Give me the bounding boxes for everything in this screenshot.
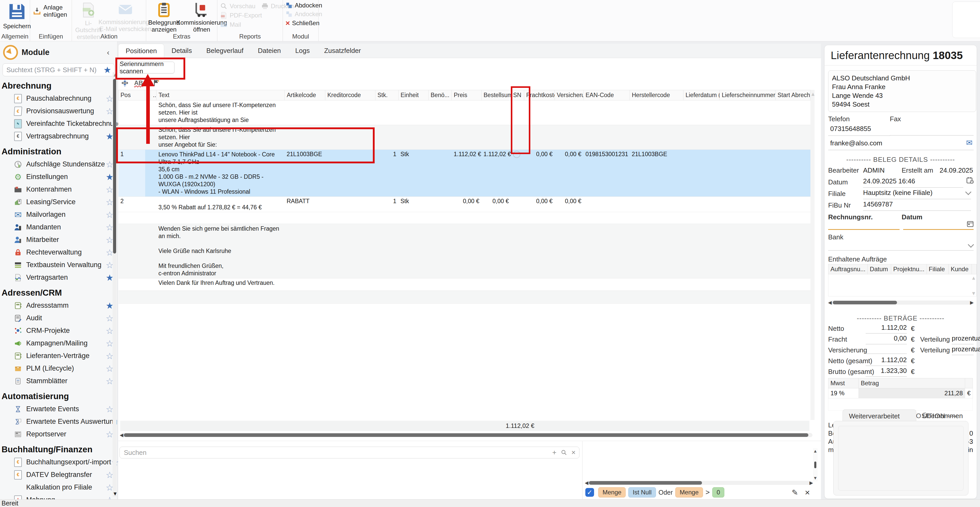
- rechnungsnr-input[interactable]: [828, 222, 900, 230]
- col-datum[interactable]: Datum: [868, 264, 891, 274]
- sidebar-item-buchhaltungsexport-import[interactable]: € Buchhaltungsexport/-import ☆: [0, 456, 117, 469]
- scroll-left-icon[interactable]: ◀: [120, 432, 123, 438]
- col-sn[interactable]: SN: [511, 90, 524, 100]
- fax-value[interactable]: [890, 124, 974, 136]
- col-projektnummer[interactable]: Projektnu...: [891, 264, 927, 274]
- sidebar-item-lieferanten-vertraege[interactable]: Lieferanten-Verträge ☆: [0, 350, 117, 362]
- sidebar-item-reportserver[interactable]: Reportserver ☆: [0, 428, 117, 440]
- scroll-left-icon[interactable]: ◀: [585, 480, 589, 486]
- scroll-down-icon[interactable]: ▼: [813, 476, 818, 481]
- col-bestellsumme[interactable]: Bestellsum...: [482, 90, 511, 100]
- text-row-outro2[interactable]: Vielen Dank für Ihren Auftrag und Vertra…: [118, 278, 810, 291]
- scroll-right-icon[interactable]: ▶: [810, 480, 813, 486]
- col-preis[interactable]: Preis: [452, 90, 482, 100]
- sidebar-item-stammblaetter[interactable]: Stammblätter ☆: [0, 375, 117, 387]
- sidebar-item-vertragsabrechnung[interactable]: € Vertragsabrechnung ★: [0, 130, 117, 143]
- scroll-right-icon[interactable]: ▶: [970, 300, 974, 305]
- send-email-icon[interactable]: ✉: [966, 138, 972, 147]
- col-pos[interactable]: Pos: [118, 90, 145, 100]
- fracht-verteilung-select[interactable]: prozentual /: [952, 334, 974, 345]
- position-row-1-selected[interactable]: 1 Lenovo ThinkPad L14 - 14" Notebook - C…: [118, 150, 810, 197]
- calendar-clock-icon[interactable]: [966, 176, 974, 184]
- sidebar-item-mandanten[interactable]: Mandanten ☆: [0, 221, 117, 234]
- scroll-up-icon[interactable]: ▲: [971, 275, 976, 280]
- auftraege-horizontal-scrollbar[interactable]: ◀ ▶: [828, 300, 974, 305]
- sidebar-item-crm-projekte[interactable]: CRM-Projekte ☆: [0, 324, 117, 337]
- sidebar-collapse-icon[interactable]: ‹: [107, 48, 114, 57]
- sidebar-item-aufschlaege-stundensaetze[interactable]: € Aufschläge Stundensätze ☆: [0, 158, 117, 170]
- telefon-value[interactable]: 07315648855: [828, 124, 890, 136]
- empty-row[interactable]: [118, 212, 810, 224]
- col-herstellercode[interactable]: Herstellercode: [630, 90, 684, 100]
- sidebar-item-mitarbeiter[interactable]: Mitarbeiter ☆: [0, 234, 117, 246]
- scroll-up-icon[interactable]: ▲: [113, 72, 118, 77]
- abdocken-button[interactable]: Abdocken: [283, 1, 318, 10]
- sidebar-item-pauschalabrechnung[interactable]: € Pauschalabrechnung ☆: [0, 92, 117, 105]
- tab-positionen[interactable]: Positionen: [118, 44, 164, 58]
- scroll-down-icon[interactable]: ▼: [971, 291, 976, 296]
- scroll-left-icon[interactable]: ◀: [828, 300, 832, 305]
- scroll-up-icon[interactable]: ▲: [813, 449, 818, 454]
- col-mwst[interactable]: Mwst: [829, 378, 859, 388]
- filter-oder-label[interactable]: Oder: [659, 489, 673, 496]
- col-auftragsnummer[interactable]: Auftragsnu...: [829, 264, 868, 274]
- sidebar-item-vereinfachte-ticketabrechnung[interactable]: ✎ Vereinfachte Ticketabrechnung ☆: [0, 118, 117, 130]
- spellcheck-icon[interactable]: AB: [134, 79, 143, 87]
- scroll-down-icon[interactable]: ▼: [113, 491, 118, 497]
- fit-row-height-icon[interactable]: [120, 78, 129, 87]
- fibu-nr-value[interactable]: 14569787: [863, 200, 971, 211]
- tab-details[interactable]: Details: [164, 44, 199, 58]
- col-lieferscheinnummer[interactable]: Lieferscheinnummer: [720, 90, 775, 100]
- sidebar-scrollbar[interactable]: ▲ ▼: [113, 72, 117, 497]
- filter-chip-value[interactable]: 0: [712, 487, 724, 497]
- col-frachtkosten[interactable]: Frachtkosten: [524, 90, 555, 100]
- col-stk[interactable]: Stk.: [375, 90, 399, 100]
- sidebar-item-provisionsauswertung[interactable]: € Provisionsauswertung ☆: [0, 105, 117, 118]
- sidebar-item-erwartete-events[interactable]: Erwartete Events ☆: [0, 403, 117, 415]
- sidebar-item-rechteverwaltung[interactable]: Rechteverwaltung ☆: [0, 246, 117, 259]
- tab-dateien[interactable]: Dateien: [251, 44, 288, 58]
- sidebar-item-kalkulation-pro-filiale[interactable]: Kalkulation pro Filiale ☆: [0, 481, 117, 494]
- col-benoetigt[interactable]: Benö...: [429, 90, 452, 100]
- text-row-intro1[interactable]: Schön, dass Sie auf unsere IT-Kompetenze…: [118, 100, 810, 125]
- save-button[interactable]: Speichern: [0, 0, 34, 33]
- sidebar-item-audit[interactable]: Audit ☆: [0, 312, 117, 324]
- tab-belegverlauf[interactable]: Belegverlauf: [199, 44, 251, 58]
- sidebar-item-erwartete-events-auswertung[interactable]: Erwartete Events Auswertung ☆: [0, 415, 117, 428]
- position-row-2[interactable]: 2 3,50 % Rabatt auf 1.278,82 € = 44,76 €…: [118, 197, 810, 212]
- edit-filter-icon[interactable]: ✎: [792, 488, 798, 497]
- clear-search-icon[interactable]: ×: [571, 448, 576, 457]
- sidebar-item-textbaustein-verwaltung[interactable]: Textbaustein Verwaltung ☆: [0, 259, 117, 271]
- scan-serial-numbers-button[interactable]: Seriennummern scannen: [119, 62, 175, 73]
- email-row[interactable]: franke@also.com ✉: [828, 138, 974, 150]
- filiale-select[interactable]: Hauptsitz (keine Filiale): [863, 189, 971, 199]
- favorites-filter-star-icon[interactable]: ★: [103, 65, 111, 74]
- search-icon[interactable]: [561, 449, 567, 456]
- scroll-up-icon[interactable]: ▲: [810, 91, 816, 97]
- filter-chip-menge2[interactable]: Menge: [675, 487, 703, 497]
- col-kreditorcode[interactable]: Kreditorcode: [325, 90, 375, 100]
- col-einheit[interactable]: Einheit: [399, 90, 429, 100]
- col-dots[interactable]: ...: [151, 90, 156, 100]
- sidebar-item-kontenrahmen[interactable]: Kontenrahmen ☆: [0, 183, 117, 196]
- empty-row[interactable]: [118, 291, 810, 304]
- rechnung-datum-input[interactable]: [903, 222, 974, 230]
- col-kunde[interactable]: Kunde: [948, 264, 972, 274]
- col-start-abrechnung[interactable]: Start Abrechnung: [775, 90, 810, 100]
- sidebar-item-kampagnen-mailing[interactable]: Kampagnen/Mailing ☆: [0, 337, 117, 350]
- tab-logs[interactable]: Logs: [288, 44, 317, 58]
- positions-vertical-scrollbar[interactable]: ▲: [810, 90, 815, 420]
- kommissionierung-oeffnen-button[interactable]: Kommissionierung öffnen: [182, 0, 221, 33]
- sidebar-item-plm-lifecycle[interactable]: PLM (Lifecycle) ☆: [0, 362, 117, 375]
- datum-value[interactable]: 24.09.2025 16:46: [863, 177, 963, 188]
- col-text[interactable]: Text: [156, 90, 285, 100]
- filter-operator[interactable]: >: [706, 488, 710, 496]
- splitter[interactable]: [582, 441, 582, 499]
- supplier-address-box[interactable]: ALSO Deutschland GmbH Frau Anna Franke L…: [828, 70, 976, 112]
- add-filter-icon[interactable]: +: [552, 448, 556, 457]
- tab-zusatzfelder[interactable]: Zusatzfelder: [317, 44, 368, 58]
- col-lieferdatum[interactable]: Lieferdatum (ist): [684, 90, 720, 100]
- filter-enabled-checkbox[interactable]: ✓: [585, 488, 594, 497]
- sidebar-item-datev-belegtransfer[interactable]: € DATEV Belegtransfer ☆: [0, 469, 117, 481]
- distributor-vertical-scrollbar[interactable]: ▲ ▼: [813, 448, 818, 481]
